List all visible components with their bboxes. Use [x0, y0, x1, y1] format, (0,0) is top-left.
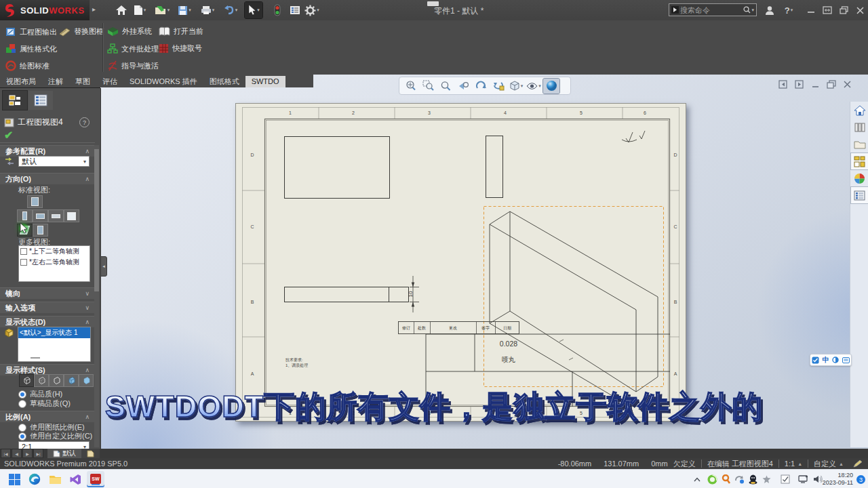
drawing-sheet[interactable]: 12 34 56 12 34 56 DC BA DC BA 10 [235, 103, 686, 422]
settings-gear-button[interactable]: ▾ [303, 2, 321, 18]
tray-checkbox-icon[interactable] [780, 474, 791, 485]
traffic-light-icon[interactable] [269, 2, 286, 18]
ribbon-property-format-button[interactable]: 属性格式化 [5, 43, 57, 54]
style-hidden-removed-button[interactable] [49, 374, 64, 387]
ribbon-open-current-button[interactable]: 打开当前 [159, 26, 203, 37]
checkbox-icon[interactable] [20, 259, 27, 266]
print-caret[interactable]: ▾ [212, 7, 215, 13]
display-style-caret[interactable]: ▾ [538, 83, 541, 89]
pm-ok-button[interactable]: ✔ [4, 129, 13, 142]
home-button[interactable] [113, 2, 130, 18]
command-search[interactable]: ▾ [669, 3, 757, 16]
ime-keyboard-icon[interactable] [842, 357, 850, 363]
units-popup-caret[interactable]: ▲ [839, 462, 844, 466]
more-views-item[interactable]: *左右二等角轴测 [19, 257, 90, 268]
help-button[interactable]: ?▾ [778, 2, 799, 18]
doc-close-button[interactable] [843, 80, 852, 89]
feature-tree-tab[interactable] [28, 91, 53, 110]
more-views-item[interactable]: *上下二等角轴测 [19, 246, 90, 257]
notification-badge[interactable]: 3 [856, 475, 865, 484]
taskpane-home-icon[interactable] [851, 102, 868, 119]
undo-caret[interactable]: ▾ [235, 7, 238, 13]
print-button[interactable]: ▾ [199, 2, 216, 18]
visual-studio-icon[interactable] [66, 471, 84, 487]
panel-splitter-grip[interactable]: ◂ [100, 256, 107, 277]
display-state-list[interactable]: <默认>_显示状态 1 [18, 327, 91, 362]
expand-chevron-icon[interactable]: ∨ [85, 302, 90, 314]
save-caret[interactable]: ▾ [189, 7, 191, 13]
search-icon[interactable] [743, 6, 751, 14]
tray-qq-icon[interactable] [747, 474, 758, 485]
view-orientation-button[interactable]: ▾ [508, 79, 524, 94]
zoom-to-area-button[interactable] [420, 79, 436, 94]
prev-sheet-button[interactable]: ◀ [12, 449, 22, 458]
tab-sketch[interactable]: 草图 [69, 76, 96, 87]
cascade-windows-button[interactable] [835, 2, 852, 18]
view-button-back[interactable] [64, 209, 79, 222]
view-button-front[interactable] [27, 195, 43, 208]
expand-chevron-icon[interactable]: ∨ [85, 288, 90, 300]
section-mirror[interactable]: 镜向∨ [0, 287, 95, 299]
view-button-left[interactable] [17, 209, 33, 222]
tray-expand-chevron[interactable] [692, 474, 703, 485]
next-sheet-button[interactable]: ▶ [22, 449, 33, 458]
tray-network-icon[interactable] [797, 474, 808, 485]
view-button-right[interactable] [48, 209, 64, 222]
tab-swtdo[interactable]: SWTDO [245, 76, 285, 87]
minimize-button[interactable] [802, 2, 820, 18]
next-document-button[interactable] [795, 80, 804, 89]
edge-browser-icon[interactable] [26, 471, 43, 487]
restore-button[interactable] [818, 2, 836, 18]
tab-evaluate[interactable]: 评估 [96, 76, 123, 87]
configuration-select[interactable]: 默认▾ [18, 156, 90, 167]
select-tool-button[interactable]: ▾ [245, 2, 262, 18]
checkbox-icon[interactable] [20, 248, 27, 255]
taskpane-file-explorer-icon[interactable] [851, 136, 868, 152]
save-button[interactable]: ▾ [176, 2, 193, 18]
help-caret[interactable]: ▾ [791, 7, 793, 13]
tab-sheet-format[interactable]: 图纸格式 [203, 76, 245, 87]
start-button[interactable] [5, 471, 23, 487]
taskbar-clock[interactable]: 18:20 2023-09-11 [823, 472, 853, 487]
edit-sheet-pencil-icon[interactable] [853, 460, 863, 468]
rotate-view-button[interactable] [473, 79, 489, 94]
tray-360-safe-icon[interactable] [707, 474, 717, 485]
close-button[interactable] [851, 2, 868, 18]
settings-caret[interactable]: ▾ [317, 7, 319, 13]
tab-addins[interactable]: SOLIDWORKS 插件 [123, 76, 203, 87]
new-document-button[interactable]: ▾ [131, 2, 149, 18]
user-account-icon[interactable] [761, 2, 778, 18]
display-style-button[interactable]: ▾ [526, 79, 542, 94]
undo-button[interactable]: ▾ [222, 2, 239, 18]
ime-mode-icon[interactable] [832, 357, 839, 363]
units-toggle[interactable]: 自定义 [814, 459, 836, 469]
taskpane-custom-properties-icon[interactable] [851, 187, 868, 203]
style-shaded-button[interactable] [79, 374, 94, 387]
view-button-top[interactable] [33, 209, 48, 222]
taskpane-appearances-icon[interactable] [851, 170, 868, 186]
ribbon-quick-number-button[interactable]: 快捷取号 [159, 43, 202, 54]
shaded-view-button[interactable] [543, 79, 559, 94]
new-document-caret[interactable]: ▾ [144, 7, 146, 13]
tray-sync-icon[interactable] [734, 474, 745, 485]
options-list-button[interactable] [286, 2, 304, 18]
tray-volume-icon[interactable] [812, 474, 823, 485]
collapse-chevron-icon[interactable]: ∧ [85, 174, 90, 185]
solidworks-taskbar-icon[interactable]: SW [87, 471, 104, 487]
search-caret[interactable]: ▾ [751, 7, 754, 13]
ime-check-icon[interactable] [812, 357, 819, 364]
radio-icon[interactable] [18, 432, 26, 441]
3d-drawing-view-button[interactable] [490, 79, 507, 94]
ribbon-drawing-output-button[interactable]: 工程图输出 [5, 26, 57, 37]
ribbon-batch-files-button[interactable]: 文件批处理 [107, 43, 159, 54]
propertymanager-tab[interactable] [3, 91, 27, 110]
sheet-scale-toggle[interactable]: 1:1 [785, 460, 795, 468]
view-orientation-caret[interactable]: ▾ [521, 83, 524, 89]
scale-popup-caret[interactable]: ▲ [797, 462, 802, 466]
doc-restore-button[interactable] [827, 80, 836, 89]
pm-help-icon[interactable]: ? [79, 117, 90, 127]
taskpane-view-palette-icon[interactable] [851, 153, 868, 169]
ribbon-replace-frame-button[interactable]: 替换图框 [58, 26, 104, 37]
tray-gray-app-icon[interactable] [761, 474, 772, 485]
display-state-item-selected[interactable]: <默认>_显示状态 1 [18, 327, 90, 338]
